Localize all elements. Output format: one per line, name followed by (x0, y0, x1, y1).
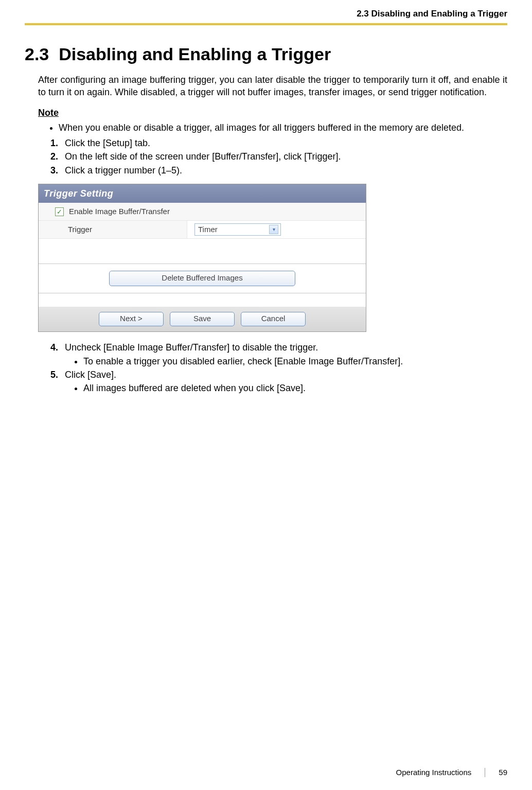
running-header: 2.3 Disabling and Enabling a Trigger (25, 0, 507, 23)
step-4: Uncheck [Enable Image Buffer/Transfer] t… (50, 341, 507, 367)
panel-footer: Next > Save Cancel (39, 307, 366, 331)
step-4-bullet: To enable a trigger you disabled earlier… (83, 355, 507, 367)
step-5-text: Click [Save]. (65, 370, 116, 380)
footer-page-number: 59 (499, 767, 507, 778)
step-1: Click the [Setup] tab. (50, 137, 507, 149)
enable-label: Enable Image Buffer/Transfer (69, 206, 170, 217)
step-5-bullet: All images buffered are deleted when you… (83, 382, 507, 394)
trigger-dropdown-value: Timer (198, 224, 218, 235)
step-3: Click a trigger number (1–5). (50, 164, 507, 177)
save-button[interactable]: Save (170, 312, 235, 326)
chevron-down-icon: ▾ (269, 225, 278, 234)
note-item: When you enable or disable a trigger, al… (59, 121, 507, 134)
delete-buffered-images-button[interactable]: Delete Buffered Images (109, 271, 295, 286)
accent-rule (25, 23, 507, 25)
trigger-setting-panel: Trigger Setting ✓ Enable Image Buffer/Tr… (38, 184, 366, 332)
step-2: On the left side of the screen under [Bu… (50, 150, 507, 163)
panel-title-bar: Trigger Setting (39, 184, 366, 203)
footer-doc-title: Operating Instructions (396, 767, 472, 778)
section-number: 2.3 (25, 44, 49, 64)
step-4-text: Uncheck [Enable Image Buffer/Transfer] t… (65, 342, 318, 353)
page-footer: Operating Instructions 59 (396, 767, 507, 778)
cancel-button[interactable]: Cancel (241, 312, 306, 326)
note-label: Note (38, 107, 507, 119)
enable-checkbox[interactable]: ✓ (55, 207, 64, 216)
section-title: Disabling and Enabling a Trigger (59, 44, 331, 64)
trigger-label: Trigger (68, 224, 92, 235)
intro-paragraph: After configuring an image buffering tri… (38, 74, 507, 99)
next-button[interactable]: Next > (99, 312, 164, 326)
section-heading: 2.3 Disabling and Enabling a Trigger (25, 43, 507, 66)
trigger-dropdown[interactable]: Timer ▾ (194, 223, 281, 236)
footer-divider (485, 768, 485, 777)
step-5: Click [Save]. All images buffered are de… (50, 368, 507, 395)
